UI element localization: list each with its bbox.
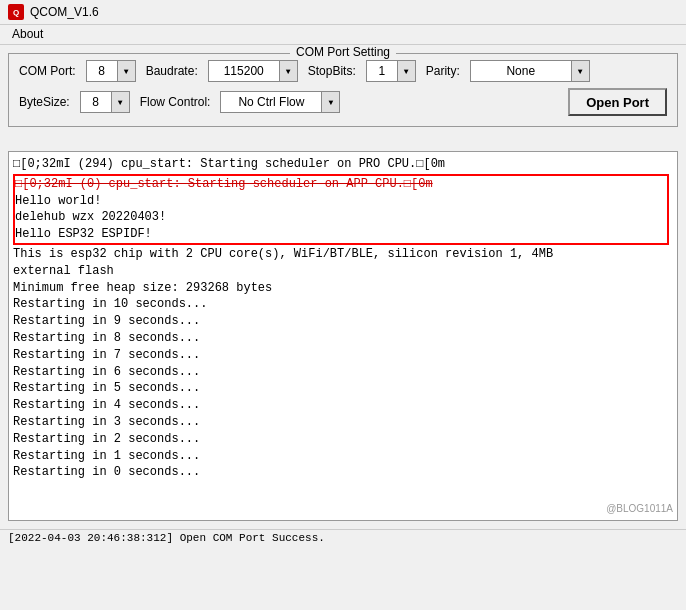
svg-text:Q: Q bbox=[13, 8, 19, 17]
settings-row-1: COM Port: 8 ▼ Baudrate: 115200 ▼ StopBit… bbox=[19, 60, 667, 82]
menu-about[interactable]: About bbox=[8, 25, 47, 43]
watermark: @BLOG1011A bbox=[606, 502, 673, 516]
section-legend: COM Port Setting bbox=[290, 45, 396, 59]
bytesize-dropdown[interactable]: 8 ▼ bbox=[80, 91, 130, 113]
stopbits-value: 1 bbox=[367, 64, 397, 78]
stopbits-arrow[interactable]: ▼ bbox=[397, 61, 415, 81]
stopbits-label: StopBits: bbox=[308, 64, 356, 78]
console-line: Restarting in 9 seconds... bbox=[13, 313, 673, 330]
com-port-arrow[interactable]: ▼ bbox=[117, 61, 135, 81]
flow-control-arrow[interactable]: ▼ bbox=[321, 92, 339, 112]
app-icon: Q bbox=[8, 4, 24, 20]
flow-control-dropdown[interactable]: No Ctrl Flow ▼ bbox=[220, 91, 340, 113]
settings-row-2: ByteSize: 8 ▼ Flow Control: No Ctrl Flow… bbox=[19, 88, 667, 116]
bytesize-arrow[interactable]: ▼ bbox=[111, 92, 129, 112]
bytesize-value: 8 bbox=[81, 95, 111, 109]
console-line: This is esp32 chip with 2 CPU core(s), W… bbox=[13, 246, 673, 263]
flow-control-label: Flow Control: bbox=[140, 95, 211, 109]
parity-arrow[interactable]: ▼ bbox=[571, 61, 589, 81]
baudrate-dropdown[interactable]: 115200 ▼ bbox=[208, 60, 298, 82]
console-line: □[0;32mI (294) cpu_start: Starting sched… bbox=[13, 156, 673, 173]
console-line: Hello world! bbox=[15, 193, 667, 210]
status-text: [2022-04-03 20:46:38:312] Open COM Port … bbox=[8, 532, 325, 544]
parity-dropdown[interactable]: None ▼ bbox=[470, 60, 590, 82]
console-line: external flash bbox=[13, 263, 673, 280]
console-line: Restarting in 7 seconds... bbox=[13, 347, 673, 364]
stopbits-dropdown[interactable]: 1 ▼ bbox=[366, 60, 416, 82]
console-lines: □[0;32mI (294) cpu_start: Starting sched… bbox=[13, 156, 673, 481]
console-line: Restarting in 4 seconds... bbox=[13, 397, 673, 414]
status-bar: [2022-04-03 20:46:38:312] Open COM Port … bbox=[0, 529, 686, 546]
parity-value: None bbox=[471, 64, 571, 78]
baudrate-arrow[interactable]: ▼ bbox=[279, 61, 297, 81]
console-line: Restarting in 0 seconds... bbox=[13, 464, 673, 481]
com-port-settings: COM Port Setting COM Port: 8 ▼ Baudrate:… bbox=[8, 53, 678, 127]
com-port-label: COM Port: bbox=[19, 64, 76, 78]
app-title: QCOM_V1.6 bbox=[30, 5, 99, 19]
titlebar: Q QCOM_V1.6 bbox=[0, 0, 686, 25]
console-line: Hello ESP32 ESPIDF! bbox=[15, 226, 667, 243]
console-line: Restarting in 3 seconds... bbox=[13, 414, 673, 431]
console-output[interactable]: □[0;32mI (294) cpu_start: Starting sched… bbox=[8, 151, 678, 521]
console-line: delehub wzx 20220403! bbox=[15, 209, 667, 226]
console-line: Restarting in 2 seconds... bbox=[13, 431, 673, 448]
main-content: COM Port Setting COM Port: 8 ▼ Baudrate:… bbox=[0, 45, 686, 143]
com-port-dropdown[interactable]: 8 ▼ bbox=[86, 60, 136, 82]
console-line: Minimum free heap size: 293268 bytes bbox=[13, 280, 673, 297]
console-line: Restarting in 1 seconds... bbox=[13, 448, 673, 465]
console-line: Restarting in 5 seconds... bbox=[13, 380, 673, 397]
console-line-strikethrough: □[0;32mI (0) cpu_start: Starting schedul… bbox=[15, 176, 667, 193]
flow-control-value: No Ctrl Flow bbox=[221, 95, 321, 109]
menubar: About bbox=[0, 25, 686, 45]
baudrate-label: Baudrate: bbox=[146, 64, 198, 78]
console-line: Restarting in 6 seconds... bbox=[13, 364, 673, 381]
console-line: Restarting in 10 seconds... bbox=[13, 296, 673, 313]
console-line: Restarting in 8 seconds... bbox=[13, 330, 673, 347]
open-port-button[interactable]: Open Port bbox=[568, 88, 667, 116]
parity-label: Parity: bbox=[426, 64, 460, 78]
baudrate-value: 115200 bbox=[209, 64, 279, 78]
bytesize-label: ByteSize: bbox=[19, 95, 70, 109]
highlight-block: □[0;32mI (0) cpu_start: Starting schedul… bbox=[13, 174, 669, 245]
com-port-value: 8 bbox=[87, 64, 117, 78]
